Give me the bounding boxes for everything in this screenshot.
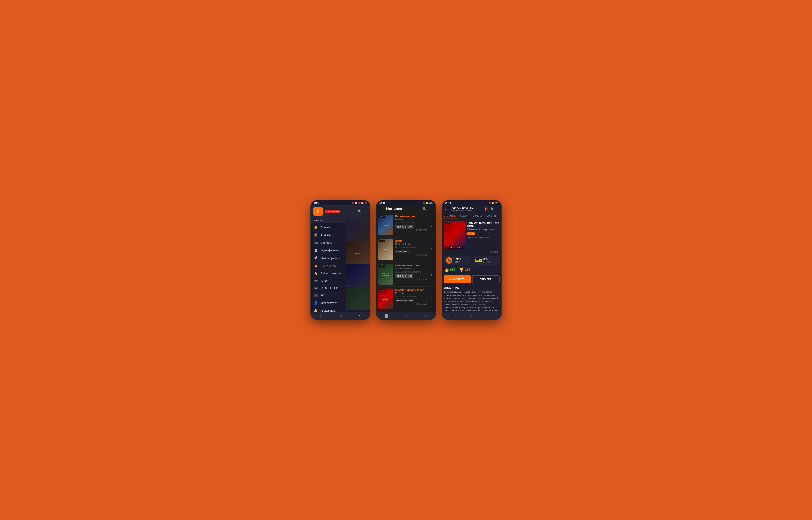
movie-poster-dune: +2101 DUNE (378, 239, 393, 260)
header-actions-2: 🔍 ⋮ (423, 207, 433, 211)
like-item[interactable]: 👍 934 (444, 267, 455, 272)
status-icons-1: 🔇 📶 🔇 📶 34% (352, 202, 367, 204)
detail-movie-en: Spider-Man: No Way Home (466, 228, 500, 231)
trailer-button[interactable]: ТРЕЙЛЕР (472, 275, 500, 283)
popular-icon: 🔥 (314, 264, 318, 267)
status-bar-1: 16:43 🔇 📶 🔇 📶 34% (311, 200, 370, 205)
user-name: Аноним (311, 218, 370, 224)
movie-title-ru: Бесконечность (395, 215, 427, 218)
sidebar-item-cartoons[interactable]: 🐰 Мультфильмы (311, 246, 370, 254)
phone-list: 16:41 🔇 📶 33% ☰ Новинки 🔍 ⋮ +2228 INFINI… (376, 200, 436, 320)
sidebar-item-animeseries[interactable]: 📽 Мультсериалы (311, 254, 370, 262)
4k-icon: 4K (314, 294, 318, 296)
sidebar-item-notifications[interactable]: 🔔 Уведомления (311, 307, 370, 312)
signal-icon: 🔇 (352, 202, 354, 204)
sidebar-item-popular[interactable]: 🔥 Популярное (311, 262, 370, 269)
sidebar-item-4k[interactable]: 4K 4K (311, 292, 370, 299)
list-item[interactable]: +2021 OUTSIDETHE WIRE Смертельная зона O… (376, 262, 436, 287)
search-icon-2[interactable]: 🔍 (423, 207, 427, 211)
movies-icon: 🎬 (314, 233, 318, 237)
status-icons-2: 🔇 📶 33% (423, 202, 433, 204)
tab-trailers[interactable]: ТРЕЙЛЕРЫ (468, 213, 484, 219)
detail-top: +719 С 16 ДЕКАБРЯ Человек-паук: Нет пути… (442, 219, 502, 251)
bookmark-icon[interactable]: 🚩 (485, 207, 489, 211)
tab-video[interactable]: ВИДЕО (458, 213, 468, 219)
battery-icon: 🔇 📶 34% (358, 202, 367, 204)
pro-badge[interactable]: Купить PRO (325, 210, 340, 213)
list-item[interactable]: +1872 MORTALKOMBAT Мортал Комбат Mortal … (376, 311, 436, 312)
tab-other[interactable]: ОТ (499, 213, 502, 219)
detail-poster-counter: +719 (445, 222, 450, 224)
tab-torrents[interactable]: ТОРРЕНТЫ (484, 213, 499, 219)
item-menu[interactable]: ⋮ (429, 297, 434, 301)
status-icons-3: 🔇 📶 33% (488, 202, 498, 204)
bottom-nav-apps[interactable]: ||| (320, 313, 322, 318)
movie-list[interactable]: +2228 INFINITE Бесконечность Infinite 20… (376, 213, 436, 312)
kp-icon: 🎬 (446, 257, 452, 264)
tab-description[interactable]: ОПИСАНИЕ (442, 213, 458, 219)
app-logo: F (313, 207, 323, 216)
battery-3: 33% (494, 202, 498, 204)
watch-button[interactable]: ▶ СМОТРЕТЬ (444, 275, 471, 283)
more-icon[interactable]: ⋮ (364, 209, 367, 213)
bottom-apps-2[interactable]: ||| (385, 313, 388, 318)
sidebar-content: 🏠 Главная 🎬 Фильмы 📺 Сериалы 🐰 Мультфиль… (311, 224, 370, 312)
sidebar-item-1080uhd[interactable]: HD 1080 Ultra HD (311, 284, 370, 292)
detail-date: 17 ДЕК 2021 (442, 251, 502, 254)
hd-icon-1: HD (314, 280, 318, 282)
sidebar-item-series[interactable]: 📺 Сериалы (311, 239, 370, 246)
imdb-icon: IMDb (475, 259, 482, 262)
movie-info-dune: Дюна Dune: Part One 2021, Канада, Драмы … (395, 239, 427, 260)
bottom-back-3[interactable]: < (490, 313, 493, 318)
bottom-nav-1: ||| ○ < (311, 312, 370, 320)
poster-counter: +3006 (379, 289, 385, 291)
movie-title-ru: Дюна (395, 239, 427, 242)
phone-detail: 16:42 🔇 📶 33% ← Человек-паук: Не... Spid… (442, 200, 502, 320)
list-item[interactable]: +2228 INFINITE Бесконечность Infinite 20… (376, 213, 436, 237)
bottom-nav-home[interactable]: ○ (339, 313, 342, 318)
search-icon-3[interactable]: 🔍 (490, 207, 494, 211)
description-section: ОПИСАНИЕ Действие фильма «Человек-паук: … (442, 285, 502, 312)
likes-row: 👍 934 👎 215 (442, 266, 502, 274)
poster-counter: +2021 (379, 265, 385, 267)
desc-title: ОПИСАНИЕ (444, 286, 500, 289)
detail-movie-meta: 2021, США, Фантастика (466, 236, 500, 239)
desc-text: Действие фильма «Человек-паук: Нет пути … (444, 290, 500, 312)
search-icon[interactable]: 🔍 (358, 209, 362, 213)
item-menu[interactable]: ⋮ (429, 272, 434, 276)
wifi-icon: 📶 (355, 202, 357, 204)
list-item[interactable]: +3006 RED NOTICE Красное уведомление Red… (376, 287, 436, 311)
item-menu[interactable]: ⋮ (429, 248, 434, 252)
movie-title-en: Red Notice (395, 292, 427, 294)
movie-info-infinite: Бесконечность Infinite 2021, США, Трилле… (395, 215, 427, 235)
kp-count: 154486 (454, 261, 461, 263)
bottom-nav-3: ||| ○ < (442, 312, 502, 320)
list-item[interactable]: +2101 DUNE Дюна Dune: Part One 2021, Кан… (376, 237, 436, 262)
bottom-home-2[interactable]: ○ (405, 313, 407, 318)
item-menu[interactable]: ⋮ (429, 223, 434, 227)
poster-counter: +2101 (379, 240, 385, 242)
sidebar-item-watching[interactable]: ⭐ Сейчас смотрят (311, 269, 370, 277)
ratings-row: 🎬 8.309 154486 IMDb 8.8 344705 (442, 254, 502, 266)
sidebar-item-account[interactable]: 👤 Мой аккаунт (311, 299, 370, 307)
bottom-apps-3[interactable]: ||| (451, 313, 454, 318)
tabs-bar: ОПИСАНИЕ ВИДЕО ТРЕЙЛЕРЫ ТОРРЕНТЫ ОТ (442, 213, 502, 219)
bottom-nav-back[interactable]: < (359, 313, 361, 318)
bottom-back-2[interactable]: < (425, 313, 427, 318)
movie-title-en: Dune: Part One (395, 243, 427, 245)
hd-icon-2: HD (314, 287, 318, 289)
sidebar-item-1080p[interactable]: HD 1080p (311, 277, 370, 284)
more-icon-2[interactable]: ⋮ (429, 207, 433, 211)
header-icons-1: 🔍 ⋮ (358, 209, 367, 213)
status-bar-2: 16:41 🔇 📶 33% (376, 200, 436, 205)
detail-movie-title: Человек-паук: Нет пути домой (466, 221, 500, 227)
hamburger-icon[interactable]: ☰ (379, 207, 382, 211)
back-button[interactable]: ← (445, 207, 448, 211)
sidebar-item-movies[interactable]: 🎬 Фильмы (311, 231, 370, 239)
sidebar-item-home[interactable]: 🏠 Главная (311, 224, 370, 231)
more-icon-3[interactable]: ⋮ (496, 207, 499, 211)
app-header-1: F Купить PRO 🔍 ⋮ (311, 205, 370, 218)
bottom-home-3[interactable]: ○ (471, 313, 473, 318)
dislike-item[interactable]: 👎 215 (459, 267, 470, 272)
movie-date: 23 АВГ 2021 (395, 229, 427, 231)
